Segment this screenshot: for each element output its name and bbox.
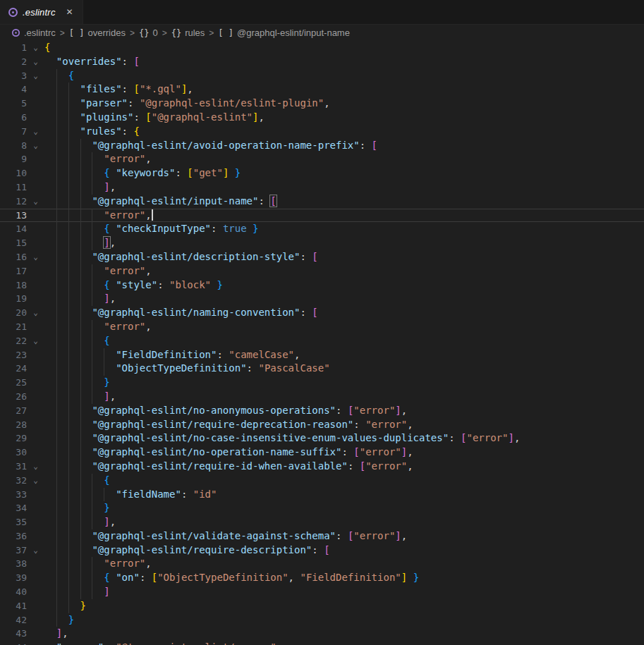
code-line[interactable]: 40 ] (0, 585, 644, 599)
code-line[interactable]: 12⌄ "@graphql-eslint/input-name": [ (0, 195, 644, 209)
line-number[interactable]: 40 (0, 585, 27, 599)
fold-chevron-icon[interactable]: ⌄ (27, 334, 44, 348)
code-line[interactable]: 3⌄ { (0, 69, 644, 83)
code-line[interactable]: 30 "@graphql-eslint/no-operation-name-su… (0, 446, 644, 460)
fold-chevron-icon[interactable]: ⌄ (27, 543, 44, 558)
breadcrumb-item[interactable]: {}0 (139, 27, 158, 38)
code-line[interactable]: 34 } (0, 501, 644, 515)
line-number[interactable]: 3 (0, 69, 27, 83)
line-number[interactable]: 39 (0, 571, 27, 585)
line-number[interactable]: 18 (0, 278, 27, 293)
code-line[interactable]: 25 } (0, 376, 644, 390)
code-line[interactable]: 35 ], (0, 515, 644, 529)
line-number[interactable]: 43 (0, 627, 27, 641)
line-number[interactable]: 34 (0, 501, 27, 515)
code-line[interactable]: 11 ], (0, 180, 644, 195)
fold-chevron-icon[interactable]: ⌄ (27, 460, 44, 474)
code-line[interactable]: 5 "parser": "@graphql-eslint/eslint-plug… (0, 97, 644, 111)
line-number[interactable]: 7 (0, 125, 27, 139)
line-number[interactable]: 14 (0, 222, 27, 236)
code-line[interactable]: 19 ], (0, 292, 644, 306)
line-number[interactable]: 6 (0, 111, 27, 125)
code-line[interactable]: 13 "error", (0, 209, 644, 223)
line-number[interactable]: 25 (0, 376, 27, 390)
code-line[interactable]: 10 { "keywords": ["get"] } (0, 166, 644, 180)
code-line[interactable]: 22⌄ { (0, 334, 644, 348)
line-number[interactable]: 24 (0, 362, 27, 376)
code-line[interactable]: 37⌄ "@graphql-eslint/require-description… (0, 543, 644, 558)
line-number[interactable]: 22 (0, 334, 27, 348)
breadcrumb-item[interactable]: {}rules (171, 27, 205, 38)
line-number[interactable]: 28 (0, 418, 27, 432)
line-number[interactable]: 41 (0, 599, 27, 613)
line-number[interactable]: 13 (0, 209, 27, 223)
code-line[interactable]: 28 "@graphql-eslint/require-deprecation-… (0, 418, 644, 432)
line-number[interactable]: 30 (0, 446, 27, 460)
code-line[interactable]: 26 ], (0, 390, 644, 404)
fold-chevron-icon[interactable]: ⌄ (27, 250, 44, 264)
line-number[interactable]: 38 (0, 557, 27, 571)
code-line[interactable]: 38 "error", (0, 557, 644, 571)
code-line[interactable]: 14 { "checkInputType": true } (0, 222, 644, 236)
code-line[interactable]: 27 "@graphql-eslint/no-anonymous-operati… (0, 404, 644, 418)
line-number[interactable]: 4 (0, 82, 27, 97)
line-number[interactable]: 8 (0, 139, 27, 153)
code-line[interactable]: 15 ], (0, 236, 644, 250)
close-icon[interactable]: ✕ (66, 7, 73, 17)
code-line[interactable]: 18 { "style": "block" } (0, 278, 644, 293)
line-number[interactable]: 27 (0, 404, 27, 418)
code-line[interactable]: 44 "parser": "@typescript-eslint/parser" (0, 641, 644, 645)
line-number[interactable]: 1 (0, 41, 27, 55)
line-number[interactable]: 31 (0, 460, 27, 474)
line-number[interactable]: 16 (0, 250, 27, 264)
code-line[interactable]: 32⌄ { (0, 474, 644, 488)
breadcrumb-item[interactable]: [ ]@graphql-eslint/input-name (218, 27, 350, 38)
line-number[interactable]: 21 (0, 320, 27, 334)
code-line[interactable]: 33 "fieldName": "id" (0, 488, 644, 502)
fold-chevron-icon[interactable]: ⌄ (27, 69, 44, 83)
code-line[interactable]: 42 } (0, 613, 644, 627)
line-number[interactable]: 36 (0, 529, 27, 543)
line-number[interactable]: 44 (0, 641, 27, 645)
line-number[interactable]: 5 (0, 97, 27, 111)
code-line[interactable]: 36 "@graphql-eslint/validate-against-sch… (0, 529, 644, 543)
breadcrumb-item[interactable]: [ ]overrides (69, 27, 126, 38)
fold-chevron-icon[interactable]: ⌄ (27, 55, 44, 69)
breadcrumb-item[interactable]: .eslintrc (11, 27, 56, 38)
line-number[interactable]: 15 (0, 236, 27, 250)
code-line[interactable]: 1⌄{ (0, 41, 644, 55)
code-line[interactable]: 41 } (0, 599, 644, 613)
line-number[interactable]: 42 (0, 613, 27, 627)
code-line[interactable]: 2⌄ "overrides": [ (0, 55, 644, 69)
code-line[interactable]: 4 "files": ["*.gql"], (0, 82, 644, 97)
fold-chevron-icon[interactable]: ⌄ (27, 195, 44, 209)
line-number[interactable]: 37 (0, 543, 27, 558)
code-line[interactable]: 9 "error", (0, 152, 644, 166)
line-number[interactable]: 33 (0, 488, 27, 502)
code-line[interactable]: 7⌄ "rules": { (0, 125, 644, 139)
line-number[interactable]: 17 (0, 264, 27, 278)
code-line[interactable]: 23 "FieldDefinition": "camelCase", (0, 348, 644, 362)
line-number[interactable]: 35 (0, 515, 27, 529)
code-line[interactable]: 6 "plugins": ["@graphql-eslint"], (0, 111, 644, 125)
line-number[interactable]: 12 (0, 195, 27, 209)
fold-chevron-icon[interactable]: ⌄ (27, 474, 44, 488)
code-line[interactable]: 16⌄ "@graphql-eslint/description-style":… (0, 250, 644, 264)
line-number[interactable]: 32 (0, 474, 27, 488)
code-line[interactable]: 43 ], (0, 627, 644, 641)
line-number[interactable]: 29 (0, 431, 27, 446)
code-line[interactable]: 20⌄ "@graphql-eslint/naming-convention":… (0, 306, 644, 320)
line-number[interactable]: 2 (0, 55, 27, 69)
tab-eslintrc[interactable]: .eslintrc ✕ (0, 0, 83, 24)
fold-chevron-icon[interactable]: ⌄ (27, 139, 44, 153)
code-line[interactable]: 17 "error", (0, 264, 644, 278)
line-number[interactable]: 11 (0, 180, 27, 195)
line-number[interactable]: 9 (0, 152, 27, 166)
line-number[interactable]: 20 (0, 306, 27, 320)
code-line[interactable]: 39 { "on": ["ObjectTypeDefinition", "Fie… (0, 571, 644, 585)
line-number[interactable]: 10 (0, 166, 27, 180)
fold-chevron-icon[interactable]: ⌄ (27, 306, 44, 320)
fold-chevron-icon[interactable]: ⌄ (27, 41, 44, 55)
line-number[interactable]: 19 (0, 292, 27, 306)
code-line[interactable]: 29 "@graphql-eslint/no-case-insensitive-… (0, 431, 644, 446)
